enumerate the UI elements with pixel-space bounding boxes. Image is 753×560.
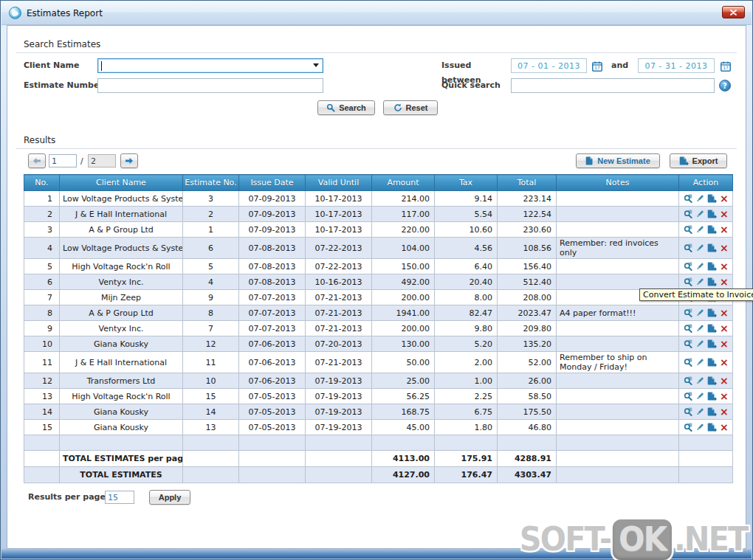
edit-icon[interactable] <box>695 358 704 367</box>
convert-to-invoice-icon[interactable] <box>707 423 717 432</box>
delete-icon[interactable]: × <box>720 244 729 252</box>
estimate-number-input[interactable] <box>97 78 323 93</box>
table-row: 14Giana Kousky1407-05-201307-19-2013168.… <box>24 404 733 420</box>
preview-icon[interactable] <box>684 392 692 401</box>
preview-icon[interactable] <box>684 225 692 234</box>
edit-icon[interactable] <box>695 225 704 234</box>
issued-from-datepicker[interactable]: 07 - 01 - 2013 <box>511 58 587 73</box>
delete-icon[interactable]: × <box>720 210 729 218</box>
delete-icon[interactable]: × <box>720 393 729 400</box>
preview-icon[interactable] <box>684 210 692 218</box>
edit-icon[interactable] <box>695 262 704 271</box>
edit-icon[interactable] <box>695 407 704 416</box>
delete-icon[interactable]: × <box>720 195 729 202</box>
previous-page-button[interactable] <box>28 153 46 168</box>
column-header-estimate-no[interactable]: Estimate No. <box>183 175 239 191</box>
column-header-client-name[interactable]: Client Name <box>60 175 183 191</box>
cell-notes <box>557 191 679 207</box>
convert-to-invoice-icon[interactable] <box>707 324 717 333</box>
column-header-valid-until[interactable]: Valid Until <box>306 175 372 191</box>
apply-button[interactable]: Apply <box>149 490 190 505</box>
new-estimate-button[interactable]: New Estimate <box>576 153 660 168</box>
column-header-amount[interactable]: Amount <box>372 175 435 191</box>
table-row: 10Giana Kousky1207-06-201307-20-2013130.… <box>24 336 733 352</box>
reset-icon <box>393 103 402 112</box>
edit-icon[interactable] <box>695 194 704 203</box>
convert-to-invoice-icon[interactable] <box>707 210 717 219</box>
export-button[interactable]: Export <box>670 153 727 168</box>
column-header-total[interactable]: Total <box>498 175 557 191</box>
help-icon[interactable]: ? <box>719 80 731 91</box>
convert-to-invoice-icon[interactable] <box>707 225 717 235</box>
preview-icon[interactable] <box>684 308 692 317</box>
delete-icon[interactable]: × <box>720 340 729 348</box>
column-header-issue-date[interactable]: Issue Date <box>239 175 306 191</box>
close-button[interactable] <box>722 6 745 18</box>
preview-icon[interactable] <box>684 243 692 252</box>
current-page-input[interactable] <box>49 154 77 167</box>
preview-icon[interactable] <box>684 407 692 416</box>
edit-icon[interactable] <box>695 376 704 385</box>
edit-icon[interactable] <box>695 277 704 286</box>
column-header-tax[interactable]: Tax <box>435 175 498 191</box>
delete-icon[interactable]: × <box>720 278 729 286</box>
delete-icon[interactable]: × <box>720 408 729 415</box>
preview-icon[interactable] <box>684 277 692 286</box>
preview-icon[interactable] <box>684 376 692 385</box>
column-header-no[interactable]: No. <box>24 175 60 191</box>
results-per-page-input[interactable] <box>105 491 134 504</box>
search-button[interactable]: Search <box>317 100 375 115</box>
window-title: Estimates Report <box>27 8 103 18</box>
edit-icon[interactable] <box>695 392 704 401</box>
preview-icon[interactable] <box>684 423 692 432</box>
edit-icon[interactable] <box>695 324 704 333</box>
cell-notes <box>557 222 679 238</box>
new-document-icon <box>585 156 594 165</box>
cell-no: 4 <box>24 238 60 259</box>
convert-to-invoice-icon[interactable] <box>707 277 717 287</box>
delete-icon[interactable]: × <box>720 309 729 317</box>
convert-to-invoice-icon[interactable] <box>707 376 717 386</box>
convert-to-invoice-icon[interactable] <box>707 194 717 204</box>
convert-to-invoice-icon[interactable] <box>707 243 717 253</box>
table-row: 9Ventyx Inc.707-07-201307-21-2013200.009… <box>24 321 733 336</box>
column-header-action[interactable]: Action <box>679 175 733 191</box>
edit-icon[interactable] <box>695 308 704 317</box>
convert-to-invoice-icon[interactable] <box>707 308 717 318</box>
preview-icon[interactable] <box>684 194 692 203</box>
delete-icon[interactable]: × <box>720 359 729 366</box>
next-page-button[interactable] <box>120 153 138 168</box>
convert-to-invoice-icon[interactable] <box>707 339 717 349</box>
preview-icon[interactable] <box>684 262 692 271</box>
cell-tax: 5.54 <box>435 207 498 222</box>
cell-valid-until: 10-17-2013 <box>306 207 372 222</box>
reset-button[interactable]: Reset <box>383 100 438 115</box>
preview-icon[interactable] <box>684 324 692 333</box>
cell-no: 9 <box>24 321 60 336</box>
edit-icon[interactable] <box>695 243 704 252</box>
delete-icon[interactable]: × <box>720 325 729 332</box>
quick-search-input[interactable] <box>511 78 715 93</box>
convert-to-invoice-icon[interactable] <box>707 358 717 367</box>
cell-no: 1 <box>24 191 60 207</box>
delete-icon[interactable]: × <box>720 226 729 233</box>
edit-icon[interactable] <box>695 210 704 218</box>
edit-icon[interactable] <box>695 339 704 348</box>
convert-to-invoice-icon[interactable] <box>707 392 717 401</box>
delete-icon[interactable]: × <box>720 263 729 270</box>
preview-icon[interactable] <box>684 358 692 367</box>
edit-icon[interactable] <box>695 423 704 432</box>
cell-client: Ventyx Inc. <box>60 274 183 290</box>
delete-icon[interactable]: × <box>720 424 729 431</box>
cell-tax: 6.75 <box>435 404 498 420</box>
column-header-notes[interactable]: Notes <box>557 175 679 191</box>
delete-icon[interactable]: × <box>720 377 729 384</box>
preview-icon[interactable] <box>684 339 692 348</box>
calendar-icon[interactable]: 17 <box>721 61 731 71</box>
convert-to-invoice-icon[interactable] <box>707 407 717 417</box>
client-name-combobox[interactable] <box>97 58 323 73</box>
calendar-icon[interactable]: 17 <box>592 61 602 71</box>
convert-to-invoice-icon[interactable] <box>707 262 717 272</box>
issued-to-datepicker[interactable]: 07 - 31 - 2013 <box>638 58 715 73</box>
chevron-down-icon[interactable] <box>313 63 319 67</box>
